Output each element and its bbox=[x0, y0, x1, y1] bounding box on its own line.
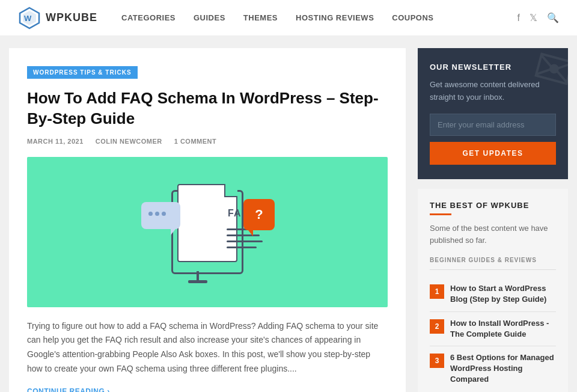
faq-illustration: FAQ bbox=[135, 172, 279, 292]
facebook-icon[interactable]: f bbox=[517, 13, 520, 23]
article-comments[interactable]: 1 COMMENT bbox=[174, 138, 217, 145]
sidebar: ✉ OUR NEWSLETTER Get awesome content del… bbox=[418, 48, 568, 392]
doc-shape: FAQ bbox=[177, 184, 237, 262]
page-wrapper: WORDPRESS TIPS & TRICKS How To Add FAQ S… bbox=[0, 36, 577, 392]
logo-icon: W bbox=[18, 7, 41, 29]
main-nav: CATEGORIES GUIDES THEMES HOSTING REVIEWS… bbox=[121, 13, 517, 22]
best-of-description: Some of the best content we have publish… bbox=[430, 222, 556, 248]
ranked-item-3: 3 6 Best Options for Managed WordPress H… bbox=[430, 346, 556, 391]
doc-line-4 bbox=[227, 247, 257, 248]
svg-text:W: W bbox=[24, 14, 32, 23]
article-excerpt: Trying to figure out how to add a FAQ sc… bbox=[27, 319, 388, 376]
newsletter-widget: ✉ OUR NEWSLETTER Get awesome content del… bbox=[418, 48, 568, 179]
logo-text: WPKUBE bbox=[46, 11, 97, 24]
newsletter-email-input[interactable] bbox=[430, 114, 556, 136]
rank-badge-2: 2 bbox=[430, 319, 444, 334]
ranked-list: 1 How to Start a WordPress Blog (Step by… bbox=[430, 277, 556, 391]
nav-categories[interactable]: CATEGORIES bbox=[121, 13, 176, 22]
article-image: FAQ bbox=[27, 157, 388, 307]
nav-guides[interactable]: GUIDES bbox=[194, 13, 225, 22]
best-of-title: THE BEST OF WPKUBE bbox=[430, 201, 556, 210]
article-title: How To Add FAQ Schema In WordPress – Ste… bbox=[27, 88, 388, 129]
ranked-item-text-2[interactable]: How to Install WordPress - The Complete … bbox=[450, 318, 556, 340]
site-logo[interactable]: W WPKUBE bbox=[18, 7, 97, 29]
doc-line-3 bbox=[227, 240, 263, 242]
header-right: f 𝕏 🔍 bbox=[517, 12, 559, 23]
ranked-item-text-3[interactable]: 6 Best Options for Managed WordPress Hos… bbox=[450, 352, 556, 385]
speech-bubble-left bbox=[141, 202, 180, 229]
ranked-item-1: 1 How to Start a WordPress Blog (Step by… bbox=[430, 277, 556, 311]
dot-1 bbox=[148, 212, 153, 216]
widget-divider bbox=[430, 269, 556, 270]
ranked-item-2: 2 How to Install WordPress - The Complet… bbox=[430, 312, 556, 346]
question-mark-icon: ? bbox=[255, 207, 263, 222]
article-date: MARCH 11, 2021 bbox=[27, 138, 84, 145]
ranked-item-text-1[interactable]: How to Start a WordPress Blog (Step by S… bbox=[450, 283, 556, 305]
article-author[interactable]: COLIN NEWCOMER bbox=[96, 138, 162, 145]
newsletter-submit-button[interactable]: GET UPDATES bbox=[430, 142, 556, 165]
monitor-base bbox=[188, 280, 207, 283]
nav-hosting-reviews[interactable]: HOSTING REVIEWS bbox=[296, 13, 374, 22]
continue-reading-link[interactable]: CONTINUE READING › bbox=[27, 387, 110, 392]
rank-badge-3: 3 bbox=[430, 354, 444, 368]
dot-2 bbox=[155, 212, 159, 216]
best-of-section-title: BEGINNER GUIDES & REVIEWS bbox=[430, 257, 556, 263]
main-content: WORDPRESS TIPS & TRICKS How To Add FAQ S… bbox=[9, 48, 406, 392]
doc-lines bbox=[227, 228, 263, 248]
search-icon[interactable]: 🔍 bbox=[547, 12, 559, 23]
nav-coupons[interactable]: COUPONS bbox=[392, 13, 433, 22]
best-of-widget: THE BEST OF WPKUBE Some of the best cont… bbox=[418, 189, 568, 392]
bubble-dots bbox=[141, 202, 180, 225]
speech-bubble-right: ? bbox=[243, 199, 275, 230]
nav-themes[interactable]: THEMES bbox=[243, 13, 278, 22]
dot-3 bbox=[162, 212, 166, 216]
category-badge[interactable]: WORDPRESS TIPS & TRICKS bbox=[27, 66, 138, 79]
site-header: W WPKUBE CATEGORIES GUIDES THEMES HOSTIN… bbox=[0, 0, 577, 36]
rank-badge-1: 1 bbox=[430, 284, 444, 299]
article-meta: MARCH 11, 2021 COLIN NEWCOMER 1 COMMENT bbox=[27, 138, 388, 145]
twitter-icon[interactable]: 𝕏 bbox=[530, 12, 537, 23]
widget-underline bbox=[430, 213, 451, 215]
doc-line-2 bbox=[227, 234, 260, 236]
